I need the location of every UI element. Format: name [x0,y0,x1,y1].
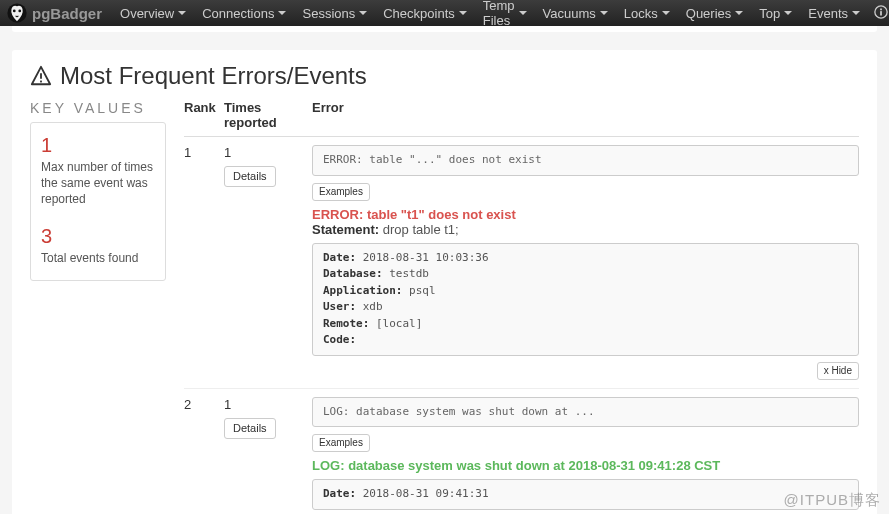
caret-icon [735,11,743,15]
nav-connections[interactable]: Connections [194,0,294,26]
layout: KEY VALUES 1 Max number of times the sam… [30,100,859,514]
kv-desc: Max number of times the same event was r… [41,159,155,208]
nav-sessions[interactable]: Sessions [294,0,375,26]
nav-label: Temp Files [483,0,515,28]
error-message-box: LOG: database system was shut down at ..… [312,397,859,428]
caret-icon [784,11,792,15]
nav-label: Sessions [302,6,355,21]
nav-label: Connections [202,6,274,21]
caret-icon [359,11,367,15]
svg-rect-4 [880,11,882,15]
detail-val: 2018-08-31 09:41:31 [363,487,489,500]
detail-val: xdb [363,300,383,313]
detail-val: psql [409,284,436,297]
caret-icon [852,11,860,15]
svg-rect-5 [880,8,882,10]
kv-desc: Total events found [41,250,155,266]
detail-key: Application: [323,284,402,297]
caret-icon [178,11,186,15]
kv-number: 3 [41,226,155,246]
caret-icon [278,11,286,15]
col-error-header: Error [312,100,859,130]
hide-button[interactable]: x Hide [817,362,859,380]
times-value: 1 [224,145,312,160]
svg-rect-6 [40,73,42,79]
key-values: KEY VALUES 1 Max number of times the sam… [30,100,166,514]
caret-icon [662,11,670,15]
nav-events[interactable]: Events [800,0,868,26]
table-header: Rank Times reported Error [184,100,859,137]
examples-button[interactable]: Examples [312,434,370,452]
times-cell: 1 Details [224,397,312,515]
details-button[interactable]: Details [224,166,276,187]
key-values-box: 1 Max number of times the same event was… [30,122,166,281]
table-row: 2 1 Details LOG: database system was shu… [184,389,859,515]
error-line: ERROR: table "t1" does not exist Stateme… [312,207,859,237]
detail-key: Database: [323,267,383,280]
svg-point-2 [18,10,21,13]
detail-val: 2018-08-31 10:03:36 [363,251,489,264]
kv-number: 1 [41,135,155,155]
warning-icon [30,65,52,87]
col-rank-header: Rank [184,100,224,130]
info-icon[interactable] [874,5,888,22]
detail-key: User: [323,300,356,313]
error-cell: ERROR: table "..." does not exist Exampl… [312,145,859,380]
nav-queries[interactable]: Queries [678,0,752,26]
nav-locks[interactable]: Locks [616,0,678,26]
errors-table: Rank Times reported Error 1 1 Details ER… [184,100,859,514]
navbar: pgBadger Overview Connections Sessions C… [0,0,889,26]
detail-val: [local] [376,317,422,330]
nav-top[interactable]: Top [751,0,800,26]
caret-icon [459,11,467,15]
rank-cell: 1 [184,145,224,380]
section-title-text: Most Frequent Errors/Events [60,62,367,90]
table-row: 1 1 Details ERROR: table "..." does not … [184,137,859,389]
detail-val: testdb [389,267,429,280]
error-label: ERROR: [312,207,363,222]
times-cell: 1 Details [224,145,312,380]
col-times-header: Times reported [224,100,312,130]
nav-label: Queries [686,6,732,21]
brand-text[interactable]: pgBadger [32,5,102,22]
nav-tempfiles[interactable]: Temp Files [475,0,535,26]
svg-point-1 [13,10,16,13]
error-message-box: ERROR: table "..." does not exist [312,145,859,176]
error-line: LOG: database system was shut down at 20… [312,458,859,473]
log-text: database system was shut down at 2018-08… [348,458,720,473]
errors-panel: Most Frequent Errors/Events KEY VALUES 1… [12,50,877,514]
error-cell: LOG: database system was shut down at ..… [312,397,859,515]
nav-overview[interactable]: Overview [112,0,194,26]
kv-item: 1 Max number of times the same event was… [41,135,155,208]
nav-label: Top [759,6,780,21]
key-values-heading: KEY VALUES [30,100,166,116]
log-label: LOG: [312,458,345,473]
nav-vacuums[interactable]: Vacuums [535,0,616,26]
detail-key: Remote: [323,317,369,330]
page-body: Most Frequent Errors/Events KEY VALUES 1… [0,26,889,514]
nav-label: Events [808,6,848,21]
previous-card-edge [12,26,877,32]
detail-key: Date: [323,251,356,264]
detail-box: Date: 2018-08-31 09:41:31 [312,479,859,510]
nav-checkpoints[interactable]: Checkpoints [375,0,475,26]
details-button[interactable]: Details [224,418,276,439]
rank-cell: 2 [184,397,224,515]
brand-logo[interactable] [6,2,28,24]
kv-item: 3 Total events found [41,226,155,266]
error-text: table "t1" does not exist [367,207,516,222]
nav-label: Checkpoints [383,6,455,21]
nav-label: Vacuums [543,6,596,21]
statement-label: Statement: [312,222,379,237]
nav-label: Overview [120,6,174,21]
times-value: 1 [224,397,312,412]
nav-label: Locks [624,6,658,21]
detail-box: Date: 2018-08-31 10:03:36 Database: test… [312,243,859,356]
detail-key: Code: [323,333,356,346]
caret-icon [519,11,527,15]
caret-icon [600,11,608,15]
statement-text: drop table t1; [383,222,459,237]
examples-button[interactable]: Examples [312,183,370,201]
badger-icon [6,2,28,24]
detail-key: Date: [323,487,356,500]
